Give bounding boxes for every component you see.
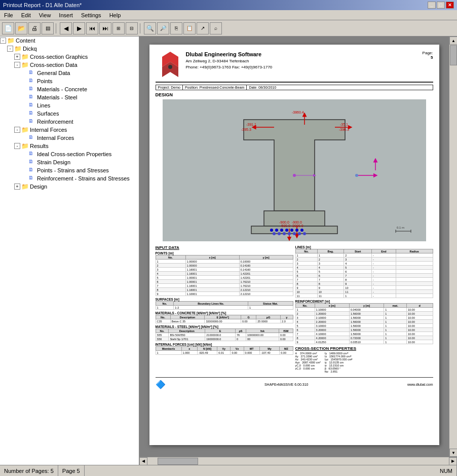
hscroll-right-button[interactable]: ▶ — [449, 457, 457, 465]
new-button[interactable]: 📄 — [2, 22, 14, 34]
page-icon-mat-steel: 🗎 — [28, 94, 35, 101]
menu-help[interactable]: Help — [105, 11, 125, 19]
company-info: Dlubal Engineering Software Am Zellweg 2… — [186, 51, 423, 79]
last-button[interactable]: ⏭ — [99, 22, 111, 34]
folder-icon-design: 📁 — [21, 183, 28, 190]
sidebar-item-results[interactable]: - 📁 Results — [0, 142, 139, 150]
horizontal-scrollbar[interactable]: ◀ ▶ — [139, 457, 457, 465]
content-area[interactable]: Dlubal Engineering Software Am Zellweg 2… — [139, 36, 449, 457]
project-cell: Project: Demo — [156, 85, 183, 90]
menu-insert[interactable]: Insert — [55, 11, 77, 19]
svg-text:-3860.4: -3860.4 — [292, 111, 304, 114]
view-button[interactable]: ⊟ — [126, 22, 138, 34]
window-title: Printout Report - D1 Alle Daten* — [3, 2, 82, 8]
svg-point-30 — [273, 232, 276, 235]
sidebar-item-dickq[interactable]: - 📁 Dickq — [0, 45, 139, 53]
open-button[interactable]: 📂 — [15, 22, 27, 34]
svg-point-37 — [293, 174, 296, 177]
hscroll-thumb[interactable] — [158, 458, 198, 465]
input-data-title: INPUT DATA — [156, 245, 293, 250]
toggle-csd[interactable]: - — [14, 62, 20, 68]
hscroll-left-button[interactable]: ◀ — [139, 457, 147, 465]
close-button[interactable]: ✕ — [446, 2, 454, 9]
sidebar-item-ideal-csp[interactable]: 🗎 Ideal Cross-section Properties — [0, 150, 139, 158]
sidebar-item-points-strains[interactable]: 🗎 Points - Strains and Stresses — [0, 166, 139, 174]
toolbar-separator-2 — [140, 23, 142, 33]
sidebar-item-design[interactable]: + 📁 Design — [0, 182, 139, 191]
page-icon-reinforcement: 🗎 — [28, 118, 35, 125]
copy-button[interactable]: ⎘ — [170, 22, 182, 34]
menu-view[interactable]: View — [35, 11, 55, 19]
toggle-dickq[interactable]: - — [7, 46, 13, 52]
sidebar-item-general[interactable]: 🗎 General Data — [0, 69, 139, 77]
minimize-button[interactable]: _ — [428, 2, 436, 9]
svg-point-29 — [300, 229, 303, 232]
page-icon-general: 🗎 — [28, 69, 35, 77]
toggle-csg[interactable]: + — [14, 54, 20, 60]
find-button[interactable]: ⌕ — [210, 22, 222, 34]
print-button[interactable]: 🖨 — [28, 22, 41, 34]
next-button[interactable]: ▶ — [73, 22, 85, 34]
scroll-thumb[interactable] — [450, 45, 457, 65]
sidebar-item-surfaces[interactable]: 🗎 Surfaces — [0, 109, 139, 118]
page-label: Page: — [423, 51, 433, 55]
pts-header-x: x [m] — [185, 255, 239, 260]
svg-text:-391.1: -391.1 — [246, 123, 256, 126]
sidebar-item-if-folder[interactable]: - 📁 Internal Forces — [0, 126, 139, 134]
sidebar-item-mat-steel[interactable]: 🗎 Materials - Steel — [0, 93, 139, 101]
sidebar-item-strain-design[interactable]: 🗎 Strain Design — [0, 158, 139, 166]
folder-icon-if: 📁 — [21, 126, 28, 133]
export-button[interactable]: ↗ — [197, 22, 209, 34]
first-button[interactable]: ⏮ — [86, 22, 98, 34]
footer-icon: 🔷 — [156, 380, 166, 389]
data-right: LINES [m] No. Beg. Start End Radius — [295, 245, 433, 373]
scroll-up-button[interactable]: ▲ — [449, 36, 457, 45]
company-phone: Phone: +49(0)9673-1763 Fax: +49(0)9673-1… — [186, 64, 423, 70]
sidebar-item-reinforcement[interactable]: 🗎 Reinforcement — [0, 118, 139, 126]
multi-page-button[interactable]: ⊞ — [112, 22, 125, 34]
paste-button[interactable]: 📋 — [183, 22, 196, 34]
toggle-design[interactable]: + — [14, 184, 20, 190]
menu-file[interactable]: File — [0, 11, 17, 19]
prev-button[interactable]: ◀ — [60, 22, 72, 34]
svg-point-23 — [270, 229, 273, 232]
sidebar-item-lines[interactable]: 🗎 Lines — [0, 101, 139, 109]
scroll-down-button[interactable]: ▼ — [449, 449, 457, 457]
toggle-results[interactable]: - — [14, 143, 20, 149]
pts-header-no: No. — [156, 255, 185, 260]
sidebar-item-points[interactable]: 🗎 Points — [0, 77, 139, 85]
position-value: Prestressed-Concrete-Beam — [200, 86, 245, 89]
sidebar-item-csg[interactable]: + 📁 Cross-section Graphics — [0, 53, 139, 61]
pages-count: Number of Pages: 5 — [0, 465, 58, 476]
page-icon-strain-design: 🗎 — [28, 159, 35, 166]
toggle-content[interactable]: - — [0, 38, 6, 44]
zoom-in-button[interactable]: 🔍 — [144, 22, 156, 34]
num-lock-indicator: NUM — [436, 465, 457, 476]
page-info: Page: 5 — [423, 51, 433, 79]
csp-title: CROSS-SECTION PROPERTIES — [295, 346, 433, 351]
zoom-out-button[interactable]: 🔎 — [157, 22, 169, 34]
svg-point-26 — [285, 229, 288, 232]
sidebar-item-content[interactable]: - 📁 Content — [0, 36, 139, 45]
folder-icon-dickq: 📁 — [14, 45, 21, 52]
cross-section-drawing: -391.1 -3860.4 -35.1 -395.3 -396.3 — [156, 99, 433, 241]
reinf-label: REINFORCEMENT [m] — [295, 300, 433, 303]
page-header: Dlubal Engineering Software Am Zellweg 2… — [156, 51, 433, 83]
report-page: Dlubal Engineering Software Am Zellweg 2… — [149, 45, 439, 445]
folder-icon-csd: 📁 — [21, 61, 28, 68]
maximize-button[interactable]: □ — [437, 2, 445, 9]
menu-settings[interactable]: Settings — [77, 11, 105, 19]
toggle-if-folder[interactable]: - — [14, 127, 20, 133]
sidebar-item-reinf-strains[interactable]: 🗎 Reinforcement - Strains and Stresses — [0, 174, 139, 182]
pagesetup-button[interactable]: ▤ — [42, 22, 54, 34]
page-icon-surfaces: 🗎 — [28, 110, 35, 117]
right-scrollbar[interactable]: ▲ ▼ — [449, 36, 457, 457]
svg-text:-35.1: -35.1 — [340, 123, 348, 126]
page-number: 5 — [423, 55, 433, 60]
sidebar-item-csd[interactable]: - 📁 Cross-section Data — [0, 61, 139, 69]
page-icon-if: 🗎 — [28, 134, 35, 141]
menu-edit[interactable]: Edit — [17, 11, 35, 19]
project-row: Project: Demo Position: Prestressed-Conc… — [156, 85, 433, 90]
sidebar-item-if-page[interactable]: 🗎 Internal Forces — [0, 134, 139, 142]
sidebar-item-mat-concrete[interactable]: 🗎 Materials - Concrete — [0, 85, 139, 93]
